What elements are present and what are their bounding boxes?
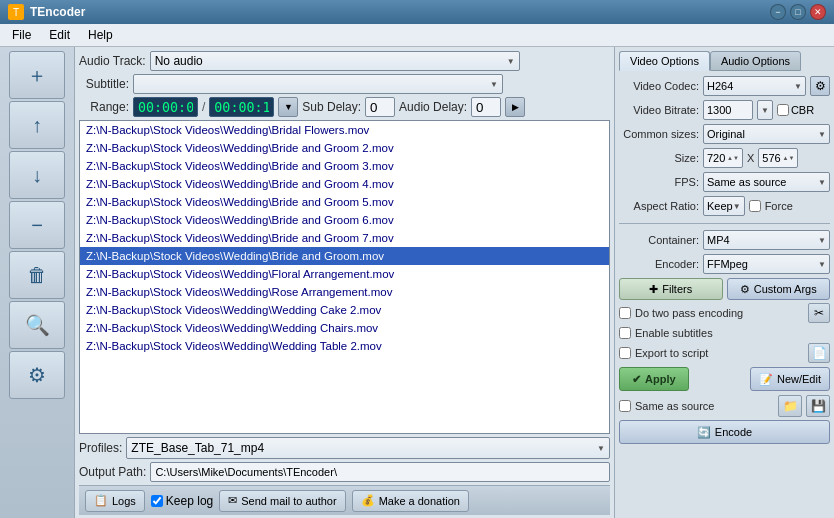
subtitle-select[interactable]: ▼ xyxy=(133,74,503,94)
profiles-row: Profiles: ZTE_Base_Tab_71_mp4 ▼ xyxy=(79,437,610,459)
options-tabs: Video Options Audio Options xyxy=(619,51,830,71)
force-checkbox[interactable] xyxy=(749,200,761,212)
two-pass-row: Do two pass encoding ✂ xyxy=(619,303,830,323)
common-sizes-row: Common sizes: Original ▼ xyxy=(619,124,830,144)
profiles-label: Profiles: xyxy=(79,441,122,455)
container-row: Container: MP4 ▼ xyxy=(619,230,830,250)
audio-track-select[interactable]: No audio ▼ xyxy=(150,51,520,71)
add-button[interactable]: ＋ xyxy=(9,51,65,99)
file-item-5[interactable]: Z:\N-Backup\Stock Videos\Wedding\Bride a… xyxy=(80,211,609,229)
file-item-0[interactable]: Z:\N-Backup\Stock Videos\Wedding\Bridal … xyxy=(80,121,609,139)
fps-select[interactable]: Same as source ▼ xyxy=(703,172,830,192)
move-up-button[interactable]: ↑ xyxy=(9,101,65,149)
move-down-button[interactable]: ↓ xyxy=(9,151,65,199)
container-select[interactable]: MP4 ▼ xyxy=(703,230,830,250)
app-icon: T xyxy=(8,4,24,20)
file-item-4[interactable]: Z:\N-Backup\Stock Videos\Wedding\Bride a… xyxy=(80,193,609,211)
common-sizes-label: Common sizes: xyxy=(619,128,699,140)
scissor-button[interactable]: ✂ xyxy=(808,303,830,323)
bitrate-select-arrow[interactable]: ▼ xyxy=(757,100,773,120)
folder-button[interactable]: 🗑 xyxy=(9,251,65,299)
title-bar: T TEncoder − □ ✕ xyxy=(0,0,834,24)
close-button[interactable]: ✕ xyxy=(810,4,826,20)
save-path-button[interactable]: 💾 xyxy=(806,395,830,417)
remove-button[interactable]: − xyxy=(9,201,65,249)
aspect-select[interactable]: Keep ▼ xyxy=(703,196,745,216)
container-label: Container: xyxy=(619,234,699,246)
cbr-checkbox[interactable] xyxy=(777,104,789,116)
settings-button[interactable]: ⚙ xyxy=(9,351,65,399)
menu-edit[interactable]: Edit xyxy=(41,26,78,44)
export-row: Export to script 📄 xyxy=(619,343,830,363)
subtitles-row: Enable subtitles xyxy=(619,327,830,339)
aspect-label: Aspect Ratio: xyxy=(619,200,699,212)
file-item-2[interactable]: Z:\N-Backup\Stock Videos\Wedding\Bride a… xyxy=(80,157,609,175)
audio-delay-label: Audio Delay: xyxy=(399,100,467,114)
subtitles-checkbox[interactable] xyxy=(619,327,631,339)
export-checkbox[interactable] xyxy=(619,347,631,359)
send-mail-button[interactable]: ✉ Send mail to author xyxy=(219,490,345,512)
encoder-row: Encoder: FFMpeg ▼ xyxy=(619,254,830,274)
file-item-1[interactable]: Z:\N-Backup\Stock Videos\Wedding\Bride a… xyxy=(80,139,609,157)
audio-delay-input[interactable] xyxy=(471,97,501,117)
tab-video-options[interactable]: Video Options xyxy=(619,51,710,71)
tab-audio-options[interactable]: Audio Options xyxy=(710,51,801,71)
apply-row: ✔ Apply 📝 New/Edit xyxy=(619,367,830,391)
force-label: Force xyxy=(765,200,793,212)
output-path-input[interactable] xyxy=(150,462,610,482)
codec-settings-button[interactable]: ⚙ xyxy=(810,76,830,96)
size-x-label: X xyxy=(747,152,754,164)
audio-track-row: Audio Track: No audio ▼ xyxy=(79,51,610,71)
range-row: Range: / ▼ Sub Delay: Audio Delay: ▶ xyxy=(79,97,610,117)
logs-button[interactable]: 📋 Logs xyxy=(85,490,145,512)
size-height[interactable]: 576 ▲▼ xyxy=(758,148,798,168)
sub-delay-input[interactable] xyxy=(365,97,395,117)
file-item-6[interactable]: Z:\N-Backup\Stock Videos\Wedding\Bride a… xyxy=(80,229,609,247)
main-area: ＋ ↑ ↓ − 🗑 🔍 ⚙ Audio Track: No audio ▼ Su… xyxy=(0,47,834,518)
file-item-8[interactable]: Z:\N-Backup\Stock Videos\Wedding\Floral … xyxy=(80,265,609,283)
common-sizes-select[interactable]: Original ▼ xyxy=(703,124,830,144)
filters-plus-icon: ✚ xyxy=(649,283,658,296)
encode-button[interactable]: 🔄 Encode xyxy=(619,420,830,444)
range-button[interactable]: ▼ xyxy=(278,97,298,117)
export-button[interactable]: 📄 xyxy=(808,343,830,363)
apply-button[interactable]: ✔ Apply xyxy=(619,367,689,391)
menu-help[interactable]: Help xyxy=(80,26,121,44)
minimize-button[interactable]: − xyxy=(770,4,786,20)
file-item-7[interactable]: Z:\N-Backup\Stock Videos\Wedding\Bride a… xyxy=(80,247,609,265)
custom-args-button[interactable]: ⚙ Custom Args xyxy=(727,278,831,300)
file-item-10[interactable]: Z:\N-Backup\Stock Videos\Wedding\Wedding… xyxy=(80,301,609,319)
range-end-input[interactable] xyxy=(209,97,274,117)
new-edit-button[interactable]: 📝 New/Edit xyxy=(750,367,830,391)
new-edit-icon: 📝 xyxy=(759,373,773,386)
play-button[interactable]: ▶ xyxy=(505,97,525,117)
folder-open-button[interactable]: 📁 xyxy=(778,395,802,417)
menu-file[interactable]: File xyxy=(4,26,39,44)
size-label: Size: xyxy=(619,152,699,164)
codec-row: Video Codec: H264 ▼ ⚙ xyxy=(619,76,830,96)
file-item-9[interactable]: Z:\N-Backup\Stock Videos\Wedding\Rose Ar… xyxy=(80,283,609,301)
search-button[interactable]: 🔍 xyxy=(9,301,65,349)
donate-button[interactable]: 💰 Make a donation xyxy=(352,490,469,512)
same-source-checkbox[interactable] xyxy=(619,400,631,412)
file-item-3[interactable]: Z:\N-Backup\Stock Videos\Wedding\Bride a… xyxy=(80,175,609,193)
file-item-11[interactable]: Z:\N-Backup\Stock Videos\Wedding\Wedding… xyxy=(80,319,609,337)
keep-log-checkbox[interactable] xyxy=(151,495,163,507)
output-path-row: Output Path: xyxy=(79,462,610,482)
encoder-select[interactable]: FFMpeg ▼ xyxy=(703,254,830,274)
range-start-input[interactable] xyxy=(133,97,198,117)
same-source-label: Same as source xyxy=(635,400,714,412)
filters-button[interactable]: ✚ Filters xyxy=(619,278,723,300)
profiles-select[interactable]: ZTE_Base_Tab_71_mp4 ▼ xyxy=(126,437,610,459)
left-toolbar: ＋ ↑ ↓ − 🗑 🔍 ⚙ xyxy=(0,47,75,518)
size-width[interactable]: 720 ▲▼ xyxy=(703,148,743,168)
filters-row: ✚ Filters ⚙ Custom Args xyxy=(619,278,830,300)
two-pass-checkbox[interactable] xyxy=(619,307,631,319)
audio-track-arrow: ▼ xyxy=(507,57,515,66)
file-list[interactable]: Z:\N-Backup\Stock Videos\Wedding\Bridal … xyxy=(79,120,610,434)
bitrate-input[interactable] xyxy=(703,100,753,120)
export-label: Export to script xyxy=(635,347,708,359)
maximize-button[interactable]: □ xyxy=(790,4,806,20)
file-item-12[interactable]: Z:\N-Backup\Stock Videos\Wedding\Wedding… xyxy=(80,337,609,355)
codec-select[interactable]: H264 ▼ xyxy=(703,76,806,96)
